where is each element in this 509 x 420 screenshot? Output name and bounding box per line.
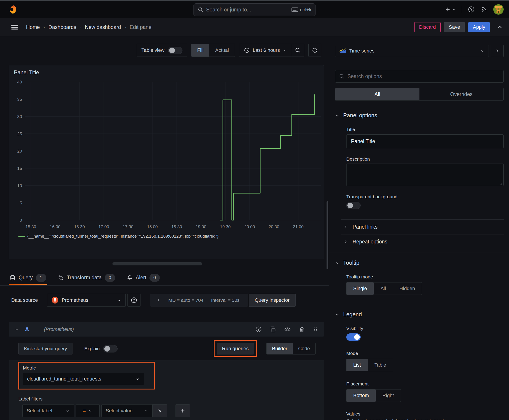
query-options-summary[interactable]: MD = auto = 704 Interval = 30s (150, 294, 248, 307)
panel-options-header[interactable]: Panel options (335, 112, 504, 119)
table-view-control: Table view (137, 44, 187, 57)
code-option[interactable]: Code (293, 343, 315, 354)
run-queries-button[interactable]: Run queries (217, 343, 254, 354)
panel-title-input[interactable]: Panel Title (346, 134, 504, 148)
global-search-input[interactable]: Search or jump to... ctrl+k (193, 3, 316, 16)
legend-placement-bottom[interactable]: Bottom (347, 390, 376, 402)
builder-option[interactable]: Builder (267, 343, 293, 354)
add-filter-button[interactable] (175, 404, 190, 417)
grafana-logo-icon[interactable] (8, 4, 18, 15)
repeat-options-section[interactable]: Repeat options (341, 234, 504, 249)
select-label-dropdown[interactable]: Select label (23, 404, 74, 417)
collapse-options-button[interactable] (496, 24, 503, 30)
legend-header[interactable]: Legend (335, 311, 504, 318)
explain-toggle[interactable] (103, 345, 118, 352)
panel-links-section[interactable]: Panel links (341, 219, 504, 234)
remove-query-trash-icon[interactable] (299, 326, 305, 333)
select-value-placeholder: Select value (106, 408, 133, 414)
chevron-down-icon (135, 377, 140, 381)
chevron-down-icon (88, 409, 92, 413)
options-sidebar: Time series Search options All Overrides… (329, 36, 509, 420)
datasource-picker[interactable]: Prometheus (47, 294, 126, 307)
description-label: Description (346, 156, 504, 162)
add-menu-button[interactable] (445, 6, 456, 13)
menu-toggle-button[interactable] (11, 24, 18, 30)
query-builder-content: Metric cloudflared_tunnel_total_requests… (9, 360, 324, 420)
legend-placement-right[interactable]: Right (376, 390, 401, 402)
panel-title: Panel Title (9, 65, 324, 76)
svg-text:0: 0 (20, 218, 22, 223)
transparent-background-toggle[interactable] (346, 202, 361, 209)
legend-mode-table[interactable]: Table (368, 359, 393, 371)
discard-button[interactable]: Discard (414, 22, 441, 32)
visualization-picker[interactable]: Time series (335, 45, 489, 57)
breadcrumb-home[interactable]: Home (26, 24, 40, 30)
zoom-out-button[interactable] (291, 44, 304, 57)
tooltip-mode-all[interactable]: All (374, 283, 393, 295)
tooltip-header[interactable]: Tooltip (335, 260, 504, 266)
breadcrumb-bar: Home › Dashboards › New dashboard › Edit… (0, 18, 509, 36)
help-circle-icon (131, 297, 137, 304)
chevron-right-icon (495, 48, 500, 53)
tab-query-label: Query (19, 275, 33, 281)
breadcrumb-dashboards[interactable]: Dashboards (48, 24, 76, 30)
query-row-header[interactable]: A (Prometheus) (9, 322, 324, 337)
kick-start-query-button[interactable]: Kick start your query (18, 343, 73, 354)
operator-dropdown[interactable]: = (76, 404, 100, 417)
user-avatar[interactable] (493, 4, 504, 15)
remove-filter-button[interactable] (153, 404, 167, 417)
run-queries-highlight: Run queries (214, 340, 257, 357)
actual-option[interactable]: Actual (209, 44, 235, 57)
vertical-scrollbar[interactable] (327, 201, 328, 269)
resize-corner-icon[interactable] (499, 181, 502, 185)
fill-option[interactable]: Fill (191, 44, 209, 57)
tab-query[interactable]: Query 1 (9, 270, 47, 285)
time-range-picker[interactable]: Last 6 hours (239, 44, 291, 57)
explain-control: Explain (84, 345, 118, 352)
chart-legend[interactable]: {__name__="cloudflared_tunnel_total_requ… (18, 234, 324, 239)
select-value-dropdown[interactable]: Select value (101, 404, 153, 417)
legend-placement-switch: Bottom Right (346, 389, 401, 402)
query-help-icon[interactable] (255, 326, 262, 333)
chart-svg[interactable]: 051015202530354015:3016:0016:3017:0017:3… (12, 79, 321, 231)
description-textarea[interactable] (346, 164, 504, 186)
tab-transform-label: Transform data (67, 275, 102, 281)
svg-text:19:30: 19:30 (220, 224, 231, 229)
tab-transform-data[interactable]: Transform data 0 (57, 270, 116, 285)
legend-mode-list[interactable]: List (347, 359, 368, 371)
query-toolbar: Kick start your query Explain Run querie… (9, 340, 324, 357)
table-view-toggle[interactable] (168, 47, 182, 54)
visualization-value: Time series (349, 48, 375, 54)
options-tab-all[interactable]: All (335, 88, 419, 100)
svg-text:21:00: 21:00 (293, 224, 304, 229)
panel-view-toolbar: Table view Fill Actual Last 6 hours (0, 44, 321, 57)
viz-suggestions-button[interactable] (491, 45, 504, 57)
tooltip-mode-single[interactable]: Single (347, 283, 374, 295)
duplicate-query-icon[interactable] (270, 326, 276, 333)
news-button[interactable] (481, 6, 487, 13)
svg-text:19:00: 19:00 (196, 224, 206, 229)
legend-visibility-toggle[interactable] (346, 333, 361, 341)
title-label: Title (346, 127, 504, 132)
query-inspector-button[interactable]: Query inspector (249, 294, 296, 307)
max-data-points: MD = auto = 704 (168, 298, 203, 303)
options-filter-tabs: All Overrides (335, 88, 504, 100)
hamburger-icon (11, 24, 18, 30)
svg-text:35: 35 (17, 97, 22, 102)
drag-handle-icon[interactable] (313, 326, 319, 333)
tooltip-mode-hidden[interactable]: Hidden (393, 283, 422, 295)
tab-alert[interactable]: Alert 0 (126, 270, 161, 285)
options-search-input[interactable]: Search options (335, 70, 504, 82)
datasource-help-button[interactable] (128, 294, 140, 307)
svg-text:10: 10 (17, 183, 22, 188)
breadcrumb-new-dashboard[interactable]: New dashboard (85, 24, 121, 30)
help-button[interactable] (468, 6, 475, 13)
options-tab-overrides[interactable]: Overrides (419, 88, 504, 100)
apply-button[interactable]: Apply (468, 22, 490, 32)
hide-response-eye-icon[interactable] (284, 326, 291, 333)
refresh-button[interactable] (308, 44, 321, 57)
metric-select[interactable]: cloudflared_tunnel_total_requests (23, 373, 144, 385)
rss-icon (481, 6, 487, 13)
pane-resize-handle[interactable] (113, 262, 202, 265)
save-button[interactable]: Save (444, 22, 465, 32)
